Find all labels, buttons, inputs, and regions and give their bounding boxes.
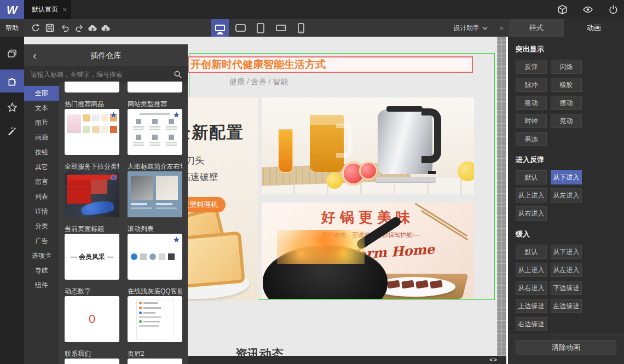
back-chevron-icon[interactable]: ‹ [33,44,37,66]
category-item[interactable]: 画廊 [24,130,59,145]
animation-effect-button[interactable]: 左边缘进 [551,299,582,313]
plugin-thumbnail[interactable]: ★ [65,109,119,155]
pages-icon [7,48,18,59]
animation-effect-button[interactable]: 摇动 [516,96,547,110]
kettle-banner-image[interactable] [262,97,474,194]
plugin-card[interactable]: 联系我们 [65,349,119,364]
category-item[interactable]: 留言 [24,175,59,189]
device-desktop-button[interactable] [211,19,229,37]
plugin-thumb-partial[interactable] [128,82,182,93]
category-item[interactable]: 列表 [24,189,59,204]
animation-effect-button[interactable]: 从右进入 [516,206,547,221]
animation-effect-button[interactable]: 闪烁 [551,60,582,74]
animation-effect-button[interactable]: 晃动 [551,114,582,128]
animation-effect-button[interactable]: 反弹 [516,60,547,74]
plugin-thumbnail[interactable]: ★ [128,234,182,280]
wok-banner-image[interactable]: 好锅更美味 无忧购物，至诚服务为你保驾护航! Warm Home [262,203,474,299]
plugin-thumbnail[interactable]: ★ [128,109,182,155]
category-item[interactable]: 文本 [24,101,59,115]
preview-eye-icon[interactable] [582,4,593,15]
category-item[interactable]: 广告 [24,234,59,249]
plugin-thumbnail[interactable] [65,359,119,364]
cloud-upload-icon[interactable] [88,23,97,33]
animation-effect-button[interactable]: 从下进入 [551,245,582,259]
animation-effect-button[interactable]: 从右进入 [516,281,547,295]
plugin-thumbnail[interactable] [128,296,182,342]
save-icon[interactable] [45,23,55,33]
plugin-card[interactable]: 全部服务下拉分类带... ★ [65,161,119,217]
category-item[interactable]: 按钮 [24,145,59,160]
redo-icon[interactable] [74,23,84,33]
category-item[interactable]: 组件 [24,278,59,293]
animation-effect-button[interactable]: 从下进入 [551,170,582,184]
components-cube-icon[interactable] [557,4,568,15]
device-phone-landscape-button[interactable] [272,19,290,37]
category-item[interactable]: 图片 [24,115,59,130]
plugin-thumbnail[interactable]: ★ [65,171,119,217]
tab-style[interactable]: 样式 [509,19,564,37]
device-tablet-landscape-button[interactable] [232,19,249,37]
animation-effect-button[interactable]: 上边缘进 [516,299,547,313]
cloud-download-icon[interactable] [101,23,111,33]
plugin-search-input[interactable] [24,66,188,83]
category-item[interactable]: 选项卡 [24,249,59,263]
device-tablet-portrait-button[interactable] [252,19,269,37]
design-assistant-dropdown[interactable]: 设计助手 [453,19,488,37]
category-item[interactable]: 导航 [24,263,59,278]
device-phone-portrait-button[interactable] [292,19,310,37]
code-view-icon[interactable]: <> [489,356,498,363]
plugin-card[interactable]: 滚动列表 ★ [128,224,182,280]
animation-effect-button[interactable]: 默认 [516,245,547,259]
animation-effect-button[interactable]: 默认 [516,170,547,184]
app-logo[interactable]: W [0,0,24,19]
animation-effect-button[interactable]: 从左进入 [551,188,582,203]
plugin-card[interactable]: 热门推荐商品 ★ [65,99,119,155]
canvas-subheading[interactable]: 健康 / 营养 / 智能 [229,77,288,87]
canvas-heading[interactable]: 开创新时代健康智能生活方式 [188,56,473,73]
animation-effect-button[interactable]: 下边缘进 [551,281,582,295]
refresh-icon[interactable] [31,23,41,33]
animation-effect-button[interactable]: 果冻 [516,132,547,146]
plugin-grid: 热门推荐商品 ★ 网站类型推荐 ★ 全部服务下拉分类带... ★ [59,83,188,364]
sidebar-item-magic-wand[interactable] [0,120,24,143]
plugin-thumbnail[interactable]: — 会员风采 — [65,234,119,280]
animation-effect-button[interactable]: 摆动 [551,96,582,110]
page-tab[interactable]: 默认首页 × [24,0,71,19]
animation-effect-button[interactable]: 橡胶 [551,78,582,92]
animation-effect-button[interactable]: 从上进入 [516,188,547,203]
more-chevron[interactable]: » [495,19,507,37]
help-button[interactable]: 帮助 [0,19,24,37]
undo-icon[interactable] [60,23,70,33]
search-icon[interactable] [174,70,182,81]
power-icon[interactable] [608,4,619,15]
sidebar-item-pages[interactable] [0,42,24,65]
tab-animation[interactable]: 动画 [564,19,624,37]
plugin-card[interactable]: 动态数字 0 [65,286,119,342]
plugin-thumbnail[interactable] [128,359,182,364]
plugin-card[interactable]: 网站类型推荐 ★ [128,99,182,155]
plugin-thumb-partial[interactable] [65,82,119,93]
category-item[interactable]: 其它 [24,160,59,175]
clear-animation-button[interactable]: 清除动画 [516,340,616,355]
animation-effect-button[interactable]: 从左进入 [551,263,582,277]
animation-effect-button[interactable]: 时钟 [516,114,547,128]
chevron-down-icon [482,26,488,30]
sidebar-item-plugins[interactable] [0,70,24,93]
plugin-library-panel: ‹ 插件仓库 全部文本图片画廊按钮其它留言列表详情分类广告选项卡导航组件 热门推… [24,44,188,364]
canvas-scrollbar[interactable] [497,37,506,356]
category-item[interactable]: 详情 [24,204,59,219]
sidebar-item-favorites[interactable] [0,96,24,119]
plugin-card[interactable]: 页眉2 [128,349,182,364]
news-section-heading[interactable]: 资讯动态 [235,346,284,356]
plugin-thumbnail[interactable] [128,171,182,217]
category-item[interactable]: 分类 [24,219,59,234]
plugin-thumbnail[interactable]: 0 [65,296,119,342]
animation-effect-button[interactable]: 从上进入 [516,263,547,277]
animation-effect-button[interactable]: 脉冲 [516,78,547,92]
tab-close-icon[interactable]: × [62,0,67,19]
category-item[interactable]: 全部 [24,86,59,101]
plugin-card[interactable]: 在线浅灰底QQ客服 [128,286,182,342]
plugin-card[interactable]: 当前页面标题 — 会员风采 — [65,224,119,280]
animation-effect-button[interactable]: 右边缘进 [516,317,547,331]
plugin-card[interactable]: 大图标题简介左右切... [128,161,182,217]
